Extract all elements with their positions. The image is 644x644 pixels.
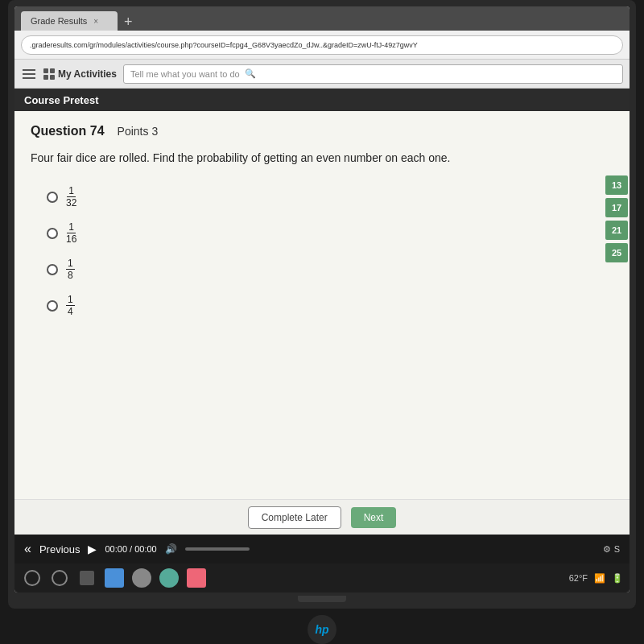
fraction-3: 1 8 bbox=[66, 258, 75, 280]
denominator-2: 16 bbox=[66, 233, 76, 244]
taskbar-system-tray: 62°F 📶 🔋 bbox=[569, 573, 623, 584]
answer-options: 1 32 1 16 1 8 bbox=[47, 186, 613, 316]
svg-rect-0 bbox=[23, 69, 35, 71]
svg-rect-1 bbox=[23, 73, 35, 75]
answer-option-4[interactable]: 1 4 bbox=[47, 295, 613, 316]
main-content: Question 74 Points 3 Four fair dice are … bbox=[14, 111, 630, 499]
taskbar-app1-icon[interactable] bbox=[130, 567, 153, 589]
address-bar: .graderesults.com/gr/modules/activities/… bbox=[14, 31, 630, 60]
points-label: Points 3 bbox=[118, 125, 159, 138]
media-bar: « Previous ▶ 00:00 / 00:00 🔊 ⚙ S bbox=[14, 535, 630, 564]
radio-4[interactable] bbox=[47, 300, 58, 312]
volume-icon[interactable]: 🔊 bbox=[165, 543, 177, 555]
previous-label: Previous bbox=[39, 543, 80, 555]
taskbar-files-icon[interactable] bbox=[76, 567, 98, 589]
new-tab-btn[interactable]: + bbox=[118, 14, 139, 31]
complete-later-button[interactable]: Complete Later bbox=[248, 506, 341, 529]
search-placeholder: Tell me what you want to do bbox=[130, 69, 240, 79]
numerator-4: 1 bbox=[66, 295, 75, 306]
course-header: Course Pretest bbox=[14, 89, 630, 111]
taskbar: 62°F 📶 🔋 bbox=[14, 564, 630, 592]
temperature-display: 62°F bbox=[569, 573, 588, 583]
screen: Grade Results × + .graderesults.com/gr/m… bbox=[14, 6, 630, 592]
hp-text: hp bbox=[315, 623, 328, 636]
numerator-2: 1 bbox=[67, 222, 76, 233]
battery-icon: 🔋 bbox=[612, 573, 623, 584]
radio-3[interactable] bbox=[47, 264, 58, 275]
fraction-2: 1 16 bbox=[66, 222, 76, 244]
next-button[interactable]: Next bbox=[351, 507, 397, 528]
svg-rect-2 bbox=[23, 77, 35, 79]
time-current: 00:00 / 00:00 bbox=[105, 544, 156, 554]
radio-1[interactable] bbox=[47, 192, 58, 203]
wifi-icon: 📶 bbox=[594, 573, 605, 584]
answer-option-1[interactable]: 1 32 bbox=[47, 186, 613, 208]
url-input[interactable]: .graderesults.com/gr/modules/activities/… bbox=[21, 35, 623, 55]
my-activities-button[interactable]: My Activities bbox=[43, 68, 117, 80]
search-icon: 🔍 bbox=[245, 68, 256, 79]
windows-icon bbox=[24, 570, 40, 586]
course-title: Course Pretest bbox=[24, 94, 98, 106]
search-taskbar-icon[interactable] bbox=[48, 567, 71, 589]
my-activities-label: My Activities bbox=[58, 68, 117, 80]
tab-close-btn[interactable]: × bbox=[93, 17, 98, 26]
side-num-13[interactable]: 13 bbox=[605, 175, 628, 195]
browser-tab[interactable]: Grade Results × bbox=[21, 11, 118, 31]
fraction-4: 1 4 bbox=[66, 295, 75, 316]
answer-option-2[interactable]: 1 16 bbox=[47, 222, 613, 244]
search-bar[interactable]: Tell me what you want to do 🔍 bbox=[123, 64, 623, 84]
play-button[interactable]: ▶ bbox=[88, 543, 97, 555]
previous-button[interactable]: Previous bbox=[39, 543, 80, 555]
progress-bar[interactable] bbox=[185, 547, 250, 551]
denominator-3: 8 bbox=[68, 270, 73, 280]
question-header: Question 74 Points 3 bbox=[31, 124, 613, 138]
url-text: .graderesults.com/gr/modules/activities/… bbox=[30, 41, 418, 49]
taskbar-app3-icon[interactable] bbox=[185, 567, 208, 589]
side-num-17[interactable]: 17 bbox=[605, 198, 628, 217]
monitor-stand bbox=[298, 596, 346, 602]
question-number: Question 74 bbox=[31, 124, 105, 138]
hp-logo: hp bbox=[308, 615, 336, 644]
answer-option-3[interactable]: 1 8 bbox=[47, 258, 613, 280]
denominator-1: 32 bbox=[66, 197, 76, 208]
tab-bar: Grade Results × + bbox=[14, 6, 630, 31]
settings-label: S bbox=[614, 544, 620, 554]
chevron-left-icon: « bbox=[24, 542, 31, 556]
taskbar-app2-icon[interactable] bbox=[158, 567, 180, 589]
radio-2[interactable] bbox=[47, 228, 58, 239]
monitor: Grade Results × + .graderesults.com/gr/m… bbox=[8, 0, 636, 609]
numerator-1: 1 bbox=[67, 186, 76, 197]
numerator-3: 1 bbox=[66, 258, 75, 270]
side-num-25[interactable]: 25 bbox=[605, 243, 628, 262]
side-num-21[interactable]: 21 bbox=[605, 221, 628, 240]
question-text: Four fair dice are rolled. Find the prob… bbox=[31, 150, 613, 167]
side-panel: 13 17 21 25 bbox=[604, 111, 630, 499]
taskbar-browser-icon[interactable] bbox=[103, 567, 126, 589]
browser-toolbar: My Activities Tell me what you want to d… bbox=[14, 60, 630, 89]
action-bar: Complete Later Next bbox=[14, 499, 630, 535]
settings-icon[interactable]: ⚙ S bbox=[603, 544, 620, 555]
tab-label: Grade Results bbox=[31, 16, 87, 26]
fraction-1: 1 32 bbox=[66, 186, 76, 208]
denominator-4: 4 bbox=[68, 306, 73, 316]
start-icon[interactable] bbox=[21, 567, 43, 589]
menu-icon[interactable] bbox=[21, 66, 37, 82]
